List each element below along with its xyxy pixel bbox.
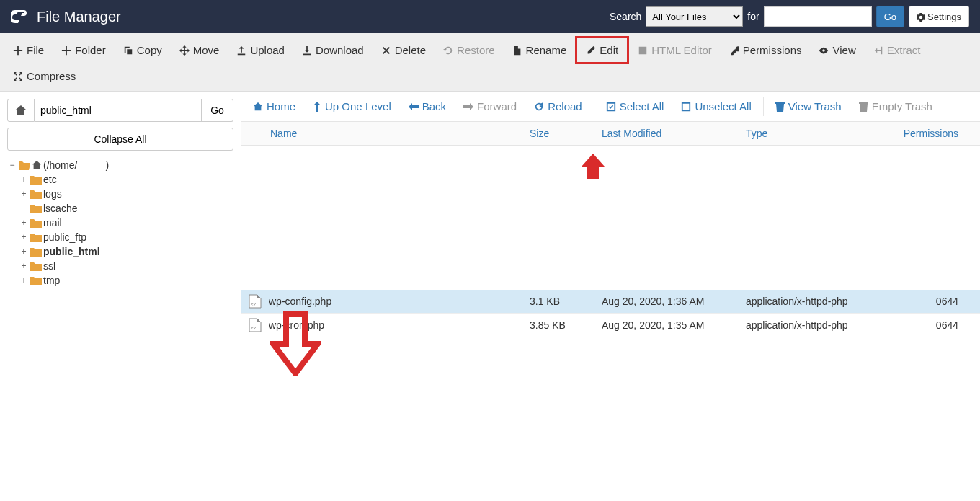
svg-text:<?: <? <box>251 302 257 306</box>
download-button[interactable]: Download <box>293 38 373 62</box>
path-home-button[interactable] <box>7 99 35 122</box>
nav-view-trash-button[interactable]: View Trash <box>767 96 850 117</box>
path-go-button[interactable]: Go <box>202 99 233 122</box>
cpanel-logo-icon <box>11 9 30 25</box>
view-button[interactable]: View <box>810 38 864 62</box>
copy-button[interactable]: Copy <box>115 38 171 62</box>
restore-button: Restore <box>435 38 504 62</box>
for-label: for <box>747 11 759 22</box>
home-icon <box>253 102 263 112</box>
folder-button[interactable]: Folder <box>53 38 115 62</box>
folder-icon <box>30 204 42 213</box>
col-header-type[interactable]: Type <box>746 128 876 139</box>
col-header-name[interactable]: Name <box>241 128 530 139</box>
rename-button[interactable]: Rename <box>504 38 576 62</box>
check-icon <box>606 102 616 112</box>
nav-toolbar: Home Up One Level Back Forward Reload Se… <box>241 92 980 122</box>
folder-tree: − (/home/ ) +etc +logs +lscache +mail +p… <box>7 158 233 288</box>
arrow-right-icon <box>463 102 473 111</box>
col-header-size[interactable]: Size <box>530 128 602 139</box>
search-label: Search <box>610 11 641 22</box>
svg-text:<?: <? <box>251 326 257 330</box>
tree-root-label: (/home/ ) <box>43 159 109 171</box>
php-file-icon: <? <box>249 318 262 332</box>
home-icon <box>32 160 42 170</box>
search-go-button[interactable]: Go <box>876 6 904 27</box>
trash-icon <box>775 102 785 112</box>
file-button[interactable]: File <box>4 38 53 62</box>
collapse-all-button[interactable]: Collapse All <box>7 128 233 151</box>
arrow-up-icon <box>313 102 321 112</box>
edit-button[interactable]: Edit <box>575 36 629 64</box>
tree-folder-etc[interactable]: +etc <box>19 172 233 187</box>
file-row[interactable]: <?wp-config.php 3.1 KB Aug 20, 2020, 1:3… <box>241 290 980 314</box>
app-header: File Manager Search All Your Files for G… <box>0 0 980 33</box>
folder-icon <box>30 190 42 199</box>
arrow-left-icon <box>409 102 419 111</box>
path-input[interactable] <box>35 99 202 122</box>
col-header-permissions[interactable]: Permissions <box>876 128 980 139</box>
uncheck-icon <box>681 102 691 112</box>
compress-button[interactable]: Compress <box>4 64 84 88</box>
folder-icon <box>30 233 42 242</box>
search-input[interactable] <box>764 6 872 27</box>
tree-folder-logs[interactable]: +logs <box>19 187 233 201</box>
upload-button[interactable]: Upload <box>228 38 293 62</box>
nav-up-button[interactable]: Up One Level <box>304 96 400 117</box>
folder-icon <box>30 218 42 228</box>
reload-icon <box>534 102 544 112</box>
app-title: File Manager <box>37 9 121 25</box>
tree-folder-ssl[interactable]: +ssl <box>19 259 233 273</box>
tree-folder-tmp[interactable]: +tmp <box>19 273 233 288</box>
settings-button[interactable]: Settings <box>909 6 969 27</box>
tree-folder-public-html[interactable]: +public_html <box>19 244 233 259</box>
nav-home-button[interactable]: Home <box>244 96 304 117</box>
html-editor-button: HTML Editor <box>629 38 721 62</box>
nav-select-all-button[interactable]: Select All <box>597 96 673 117</box>
main-toolbar: File Folder Copy Move Upload Download De… <box>0 33 980 92</box>
delete-button[interactable]: Delete <box>373 38 435 62</box>
nav-empty-trash-button: Empty Trash <box>850 96 941 117</box>
file-listing: Name Size Last Modified Type Permissions… <box>241 122 980 501</box>
nav-reload-button[interactable]: Reload <box>525 96 591 117</box>
collapse-toggle[interactable]: − <box>7 160 17 170</box>
extract-button: Extract <box>865 38 930 62</box>
home-icon <box>15 105 27 116</box>
main-panel: Home Up One Level Back Forward Reload Se… <box>241 92 980 501</box>
nav-unselect-all-button[interactable]: Unselect All <box>672 96 760 117</box>
table-header: Name Size Last Modified Type Permissions <box>241 122 980 146</box>
nav-back-button[interactable]: Back <box>400 96 455 117</box>
permissions-button[interactable]: Permissions <box>721 38 811 62</box>
folder-icon <box>30 262 42 271</box>
move-button[interactable]: Move <box>171 38 228 62</box>
nav-forward-button: Forward <box>455 96 525 117</box>
search-scope-select[interactable]: All Your Files <box>646 6 743 27</box>
header-search: Search All Your Files for Go Settings <box>610 6 969 27</box>
tree-folder-public-ftp[interactable]: +public_ftp <box>19 230 233 244</box>
file-row[interactable]: <?wp-cron.php 3.85 KB Aug 20, 2020, 1:35… <box>241 314 980 337</box>
gear-icon <box>917 13 925 22</box>
folder-icon <box>30 175 42 185</box>
sidebar: Go Collapse All − (/home/ ) +etc +logs +… <box>0 92 241 501</box>
col-header-modified[interactable]: Last Modified <box>602 128 746 139</box>
tree-root[interactable]: − (/home/ ) <box>7 158 233 172</box>
tree-folder-mail[interactable]: +mail <box>19 216 233 230</box>
folder-icon <box>30 276 42 285</box>
folder-icon <box>30 247 42 257</box>
tree-folder-lscache[interactable]: +lscache <box>19 201 233 216</box>
php-file-icon: <? <box>249 294 262 309</box>
trash-icon <box>859 102 868 112</box>
folder-open-icon <box>19 160 30 170</box>
